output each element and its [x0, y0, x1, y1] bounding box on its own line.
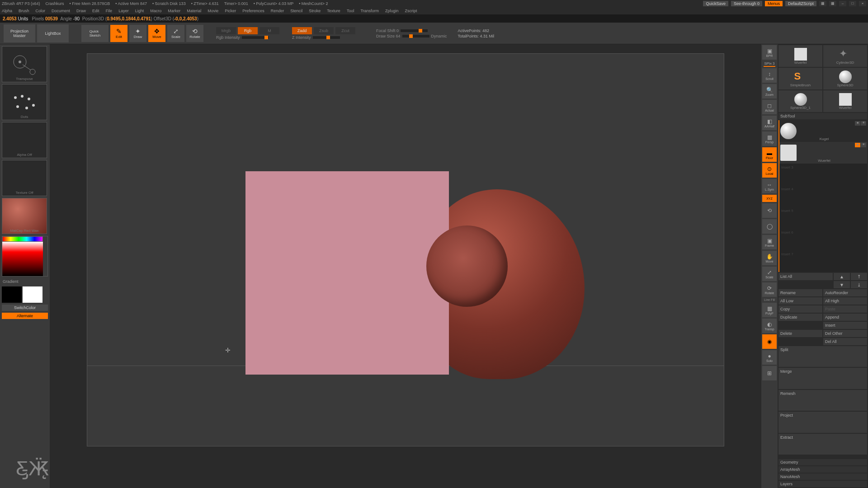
color-field[interactable] [2, 242, 43, 276]
tool-sphere3d-1[interactable]: Sphere3D_1 [778, 90, 822, 112]
project-button[interactable]: Project [778, 412, 867, 432]
tool-simplebrush[interactable]: SSimpleBrush [778, 68, 822, 89]
icon-btn-2[interactable]: ▦ [829, 1, 836, 6]
scale-view-button[interactable]: ⤢Scale [762, 267, 777, 281]
menu-texture[interactable]: Texture [327, 9, 340, 13]
floor-button[interactable]: ▬Floor [762, 147, 777, 162]
quick-sketch-button[interactable]: Quick Sketch [81, 25, 108, 42]
alternate-button[interactable]: Alternate [2, 313, 48, 319]
solo-button[interactable]: ●Solo [762, 350, 777, 365]
menu-zplugin[interactable]: Zplugin [385, 9, 399, 13]
menu-edit[interactable]: Edit [92, 9, 99, 13]
z-intensity-slider[interactable] [313, 36, 340, 39]
gradient-label[interactable]: Gradient [2, 278, 48, 285]
tool-wuerfel[interactable]: Wuerfel [778, 45, 822, 67]
nav-button-1[interactable]: ⟲ [762, 203, 777, 218]
autoreorder-button[interactable]: AutoReorder [823, 289, 867, 296]
stroke-dots[interactable]: Dots [2, 84, 47, 120]
subtool-kugel[interactable]: ■👁 Kugel [779, 120, 867, 142]
menu-light[interactable]: Light [135, 9, 144, 13]
zcut-toggle[interactable]: Zcut [335, 27, 355, 34]
local-button[interactable]: ⊙Local [762, 163, 777, 178]
switch-color-button[interactable]: SwitchColor [2, 305, 48, 311]
move-view-button[interactable]: ✋Move [762, 251, 777, 265]
vis-toggle[interactable]: 👁 [861, 143, 866, 147]
list-all-button[interactable]: List All [778, 273, 833, 280]
del-all-button[interactable]: Del All [823, 338, 867, 345]
subtool-wuerfel[interactable]: ■👁 Wuerfel [779, 142, 867, 164]
rotate-view-button[interactable]: ⟳Rotate [762, 282, 777, 297]
primary-color[interactable] [23, 286, 42, 303]
xpose-button[interactable]: ⊞ [762, 366, 777, 380]
scale-mode-button[interactable]: ⤢Scale [167, 25, 184, 42]
color-picker[interactable] [2, 236, 43, 242]
move-up-button[interactable]: ▲ [834, 273, 850, 280]
menu-preferences[interactable]: Preferences [242, 9, 264, 13]
draw-mode-button[interactable]: ✦Draw [129, 25, 146, 42]
paint-toggle[interactable]: ■ [855, 143, 860, 147]
polyf-button[interactable]: ▦PolyF [762, 303, 777, 317]
actual-button[interactable]: ◻Actual [762, 100, 777, 114]
draw-size-slider[interactable] [402, 35, 429, 38]
projection-master-button[interactable]: Projection Master [4, 24, 35, 42]
menu-document[interactable]: Document [52, 9, 70, 13]
tool-sphere3d[interactable]: Sphere3D [823, 68, 867, 89]
persp-button[interactable]: ▦Persp [762, 131, 777, 146]
rotate-mode-button[interactable]: ⟲Rotate [186, 25, 203, 42]
move-bottom-button[interactable]: ⤓ [851, 281, 867, 288]
close-button[interactable]: × [859, 1, 866, 6]
bpr-button[interactable]: ▣BPR [762, 45, 777, 60]
nav-button-2[interactable]: ◯ [762, 219, 777, 234]
move-mode-button[interactable]: ✥Move [148, 25, 165, 42]
zscript-button[interactable]: DefaultZScript [785, 1, 816, 6]
menu-material[interactable]: Material [187, 9, 201, 13]
move-down-button[interactable]: ▼ [834, 281, 850, 288]
alpha-slot[interactable]: Alpha Off [2, 122, 47, 158]
paste-button[interactable]: Paste [823, 305, 867, 313]
insert-button[interactable]: Insert [823, 322, 867, 329]
merge-button[interactable]: Merge [778, 368, 867, 389]
mrgb-toggle[interactable]: Mrgb [216, 27, 236, 34]
subtool-header[interactable]: SubTool [778, 113, 867, 119]
move-top-button[interactable]: ⤒ [851, 273, 867, 280]
remesh-button[interactable]: Remesh [778, 390, 867, 411]
menu-transform[interactable]: Transform [360, 9, 379, 13]
all-high-button[interactable]: All High [823, 297, 867, 305]
duplicate-button[interactable]: Duplicate [778, 314, 822, 321]
transpose-brush[interactable]: Transpose [2, 46, 47, 82]
menu-stencil[interactable]: Stencil [290, 9, 302, 13]
menu-color[interactable]: Color [36, 9, 46, 13]
empty-slot[interactable]: Insert 6 [779, 229, 867, 250]
menu-macro[interactable]: Macro [150, 9, 161, 13]
spix-value[interactable]: SPix 3 [764, 61, 775, 67]
zoom-button[interactable]: 🔍Zoom [762, 84, 777, 99]
empty-slot[interactable]: Insert 4 [779, 185, 867, 207]
menu-file[interactable]: File [106, 9, 113, 13]
texture-slot[interactable]: Texture Off [2, 160, 47, 196]
empty-slot[interactable]: Insert 3 [779, 164, 867, 185]
nanomesh-header[interactable]: NanoMesh [778, 474, 867, 480]
focal-shift-slider[interactable] [401, 29, 428, 32]
secondary-color[interactable] [2, 286, 22, 303]
menu-marker[interactable]: Marker [168, 9, 180, 13]
del-other-button[interactable]: Del Other [823, 330, 867, 337]
menu-zscript[interactable]: Zscript [405, 9, 417, 13]
quicksave-button[interactable]: QuickSave [703, 1, 728, 6]
tool-cylinder[interactable]: ✦Cylinder3D [823, 45, 867, 67]
lightbox-button[interactable]: LightBox [37, 24, 69, 42]
xyz-button[interactable]: XYZ [762, 195, 777, 202]
append-button[interactable]: Append [823, 314, 867, 321]
zadd-toggle[interactable]: Zadd [292, 27, 312, 34]
menu-render[interactable]: Render [271, 9, 284, 13]
menu-stroke[interactable]: Stroke [309, 9, 321, 13]
paint-toggle[interactable]: ■ [855, 121, 860, 126]
menu-tool[interactable]: Tool [347, 9, 354, 13]
transp-button[interactable]: ◐Transp [762, 319, 777, 333]
extract-button[interactable]: Extract [778, 434, 867, 455]
tool-wuerfel-2[interactable]: Wuerfel [823, 90, 867, 112]
empty-slot[interactable]: Insert 7 [779, 250, 867, 272]
ghost-button[interactable]: ◉ [762, 334, 777, 349]
rgb-toggle[interactable]: Rgb [238, 27, 258, 34]
menu-alpha[interactable]: Alpha [2, 9, 12, 13]
zsub-toggle[interactable]: Zsub [314, 27, 334, 34]
